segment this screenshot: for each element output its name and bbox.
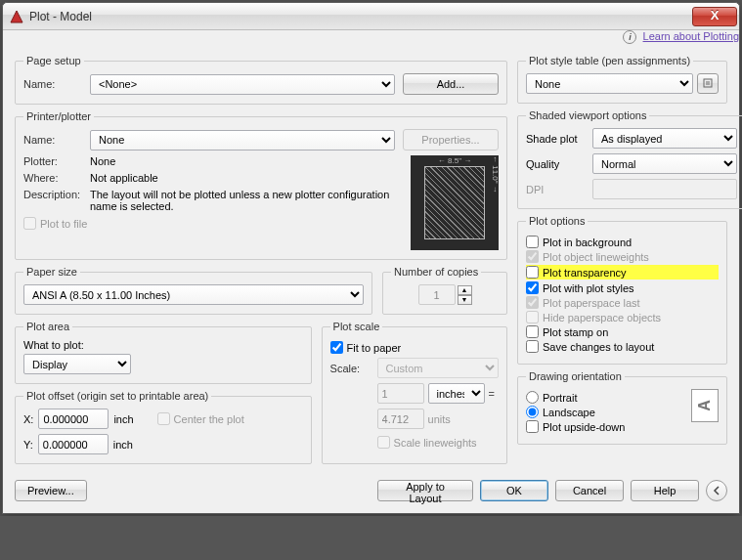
help-button[interactable]: Help bbox=[631, 480, 699, 501]
preview-button[interactable]: Preview... bbox=[15, 480, 87, 501]
page-name-label: Name: bbox=[23, 78, 90, 90]
plot-options-legend: Plot options bbox=[526, 215, 588, 227]
orientation-group: Drawing orientation Portrait Landscape P… bbox=[517, 370, 727, 445]
y-unit: inch bbox=[113, 439, 133, 451]
plot-dialog: Plot - Model X i Learn about Plotting Pa… bbox=[2, 2, 740, 514]
plot-area-group: Plot area What to plot: Display bbox=[15, 321, 312, 384]
ok-button[interactable]: OK bbox=[480, 480, 548, 501]
scale-select[interactable]: Custom bbox=[377, 358, 499, 378]
plot-scale-legend: Plot scale bbox=[330, 321, 383, 332]
plotter-value: None bbox=[90, 155, 115, 167]
x-unit: inch bbox=[113, 413, 133, 425]
plot-scale-group: Plot scale Fit to paper Scale: Custom in… bbox=[322, 321, 507, 464]
copies-input[interactable] bbox=[418, 284, 456, 305]
scale-label: Scale: bbox=[330, 363, 377, 374]
copies-legend: Number of copies bbox=[391, 266, 481, 278]
printer-properties-button[interactable]: Properties... bbox=[403, 129, 499, 151]
cancel-button[interactable]: Cancel bbox=[555, 480, 624, 501]
save-layout-checkbox[interactable]: Save changes to layout bbox=[526, 340, 719, 353]
quality-select[interactable]: Normal bbox=[592, 153, 737, 174]
page-name-select[interactable]: <None> bbox=[90, 74, 395, 95]
where-label: Where: bbox=[23, 172, 90, 184]
scale-units-input[interactable] bbox=[377, 409, 424, 429]
plot-style-legend: Plot style table (pen assignments) bbox=[526, 55, 693, 66]
portrait-radio[interactable]: Portrait bbox=[526, 391, 685, 404]
fit-to-paper-checkbox[interactable]: Fit to paper bbox=[330, 341, 499, 354]
svg-rect-0 bbox=[704, 79, 712, 87]
shade-plot-select[interactable]: As displayed bbox=[592, 128, 737, 149]
plot-offset-group: Plot offset (origin set to printable are… bbox=[15, 390, 312, 464]
printer-plotter-group: Printer/plotter Name: None Properties...… bbox=[15, 110, 507, 260]
center-plot-checkbox[interactable]: Center the plot bbox=[157, 412, 244, 425]
equals-label: = bbox=[485, 388, 499, 400]
plot-paperspace-last-checkbox[interactable]: Plot paperspace last bbox=[526, 296, 719, 309]
plot-to-file-checkbox[interactable]: Plot to file bbox=[23, 217, 403, 230]
copies-group: Number of copies ▲▼ bbox=[382, 266, 507, 315]
plot-lineweights-checkbox[interactable]: Plot object lineweights bbox=[526, 250, 719, 263]
where-value: Not applicable bbox=[90, 172, 158, 184]
desc-value: The layout will not be plotted unless a … bbox=[90, 189, 403, 212]
upside-down-checkbox[interactable]: Plot upside-down bbox=[526, 420, 685, 433]
paper-size-select[interactable]: ANSI A (8.50 x 11.00 Inches) bbox=[23, 284, 364, 305]
what-to-plot-select[interactable]: Display bbox=[23, 354, 131, 374]
printer-name-select[interactable]: None bbox=[90, 130, 395, 151]
y-input[interactable] bbox=[38, 434, 109, 454]
scale-num-input[interactable] bbox=[377, 383, 424, 404]
desc-label: Description: bbox=[23, 189, 90, 200]
shaded-legend: Shaded viewport options bbox=[526, 109, 649, 121]
add-page-setup-button[interactable]: Add... bbox=[403, 73, 499, 95]
learn-about-plotting-link[interactable]: Learn about Plotting bbox=[643, 30, 739, 42]
y-label: Y: bbox=[23, 439, 33, 451]
printer-legend: Printer/plotter bbox=[23, 110, 94, 122]
plot-style-edit-button[interactable] bbox=[697, 73, 719, 94]
plot-with-styles-checkbox[interactable]: Plot with plot styles bbox=[526, 281, 719, 294]
what-to-plot-label: What to plot: bbox=[23, 339, 303, 351]
plotter-label: Plotter: bbox=[23, 155, 90, 167]
paper-preview: ← 8.5" → ← 11.0" → bbox=[411, 155, 499, 250]
dpi-label: DPI bbox=[526, 184, 592, 195]
orientation-legend: Drawing orientation bbox=[526, 370, 625, 382]
hide-paperspace-checkbox[interactable]: Hide paperspace objects bbox=[526, 311, 719, 323]
copies-spinner[interactable]: ▲▼ bbox=[458, 285, 472, 305]
close-button[interactable]: X bbox=[692, 7, 737, 26]
printer-name-label: Name: bbox=[23, 134, 90, 146]
collapse-button[interactable] bbox=[706, 480, 727, 501]
orientation-icon: A bbox=[691, 389, 719, 422]
shade-plot-label: Shade plot bbox=[526, 133, 592, 145]
titlebar[interactable]: Plot - Model X bbox=[3, 3, 739, 30]
shaded-viewport-group: Shaded viewport options Shade plotAs dis… bbox=[517, 109, 742, 209]
units-label: units bbox=[428, 413, 451, 425]
apply-to-layout-button[interactable]: Apply to Layout bbox=[377, 480, 473, 501]
plot-options-group: Plot options Plot in background Plot obj… bbox=[517, 215, 727, 365]
window-title: Plot - Model bbox=[29, 10, 692, 23]
scale-lineweights-checkbox[interactable]: Scale lineweights bbox=[377, 436, 477, 449]
plot-style-table-group: Plot style table (pen assignments) None bbox=[517, 55, 727, 104]
paper-size-legend: Paper size bbox=[23, 266, 80, 278]
plot-offset-legend: Plot offset (origin set to printable are… bbox=[23, 390, 211, 402]
plot-background-checkbox[interactable]: Plot in background bbox=[526, 236, 719, 248]
quality-label: Quality bbox=[526, 158, 592, 170]
page-setup-group: Page setup Name: <None> Add... bbox=[15, 55, 507, 105]
app-icon bbox=[9, 9, 24, 24]
plot-style-select[interactable]: None bbox=[526, 73, 693, 94]
scale-unit-select[interactable]: inches bbox=[428, 383, 485, 404]
plot-area-legend: Plot area bbox=[23, 321, 72, 332]
x-input[interactable] bbox=[38, 409, 109, 429]
landscape-radio[interactable]: Landscape bbox=[526, 406, 685, 418]
paper-size-group: Paper size ANSI A (8.50 x 11.00 Inches) bbox=[15, 266, 372, 315]
plot-stamp-checkbox[interactable]: Plot stamp on bbox=[526, 325, 719, 338]
dpi-input[interactable] bbox=[592, 179, 737, 199]
plot-transparency-checkbox[interactable]: Plot transparency bbox=[526, 265, 719, 280]
page-setup-legend: Page setup bbox=[23, 55, 84, 66]
x-label: X: bbox=[23, 413, 33, 425]
info-icon: i bbox=[623, 30, 636, 44]
